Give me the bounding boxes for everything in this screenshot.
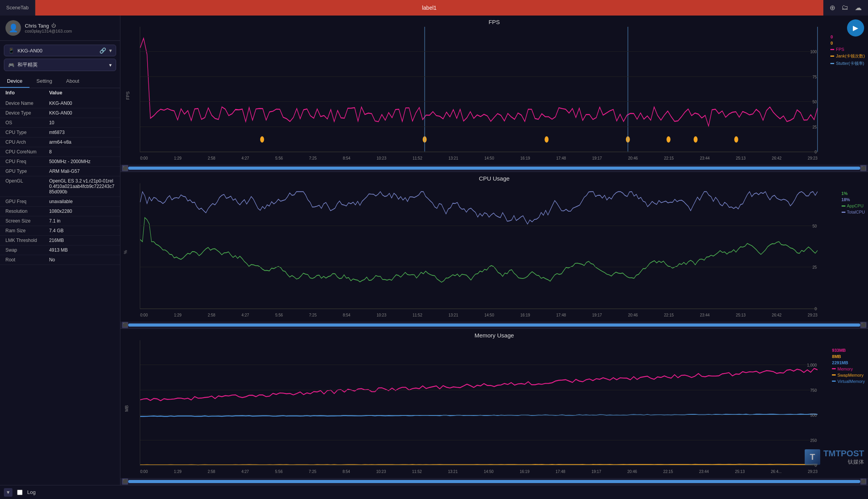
tab-device[interactable]: Device <box>0 75 30 88</box>
cpu-value-1: 18% <box>842 197 865 202</box>
cloud-icon[interactable]: ☁ <box>855 3 862 12</box>
svg-point-4 <box>666 136 670 143</box>
x-tick: 4:27 <box>242 313 249 317</box>
folder-icon[interactable]: 🗂 <box>842 3 849 12</box>
sidebar: 👤 Chris Tang ⏻ cos0play1314@163.com 📱 KK… <box>0 16 120 485</box>
tabs-row: Device Setting About <box>0 75 120 88</box>
fps-y-label: FPS <box>125 91 130 99</box>
cpu-scroll-track[interactable] <box>128 323 860 327</box>
app-select[interactable]: 🎮 和平精英 ▾ <box>4 59 116 71</box>
info-key: Ram Size <box>5 228 49 233</box>
info-key: Screen Size <box>5 218 49 224</box>
memory-scroll-right[interactable]: ⬛ <box>860 478 866 485</box>
x-tick: 2:58 <box>208 156 215 160</box>
x-tick: 29:23 <box>808 469 818 474</box>
fps-legend-fps: FPS <box>830 47 865 52</box>
info-key: CPU Arch <box>5 139 49 145</box>
x-tick: 22:15 <box>663 469 673 474</box>
x-tick: 1:29 <box>174 469 181 474</box>
x-tick: 25:13 <box>735 469 744 474</box>
info-row: Screen Size7.1 in <box>0 216 120 226</box>
memory-chart-section: Memory Usage MB 1,000 750 500 250 0 0:0 <box>120 329 868 485</box>
chevron-down-icon[interactable]: ▾ <box>109 47 112 54</box>
memory-chart-container: MB 1,000 750 500 250 0 0:001:292:584:275… <box>120 340 868 477</box>
memory-scrollbar[interactable]: ⬛ ⬛ <box>120 478 868 485</box>
info-value: mt6873 <box>49 130 115 135</box>
info-table-header: Info Value <box>0 88 120 97</box>
info-key: OS <box>5 120 49 125</box>
tab-setting[interactable]: Setting <box>30 75 59 88</box>
cpu-scroll-right[interactable]: ⬛ <box>860 322 866 328</box>
x-tick: 2:58 <box>208 469 215 474</box>
x-tick: 14:50 <box>484 469 494 474</box>
tab-about[interactable]: About <box>59 75 86 88</box>
cpu-scrollbar[interactable]: ⬛ ⬛ <box>120 322 868 329</box>
memory-chart-title: Memory Usage <box>120 332 868 339</box>
memory-value-0: 933MB <box>832 348 865 353</box>
info-value: 216MB <box>49 238 115 243</box>
x-tick: 7:25 <box>309 469 316 474</box>
x-tick: 25:13 <box>736 156 746 160</box>
bottom-bar: ▼ Log <box>0 485 868 499</box>
cpu-scroll-thumb[interactable] <box>128 323 860 327</box>
x-tick: 13:21 <box>448 469 457 474</box>
device-label: KKG-AN00 <box>17 48 96 54</box>
x-tick: 26:4... <box>771 469 782 474</box>
user-name: Chris Tang ⏻ <box>25 23 115 29</box>
x-tick: 11:52 <box>412 156 422 160</box>
x-tick: 19:17 <box>592 313 602 317</box>
info-row: Resolution1080x2280 <box>0 207 120 216</box>
info-value: KKG-AN00 <box>49 110 115 116</box>
cpu-chart-inner: 50 25 0 0:001:292:584:275:567:258:5410:2… <box>140 183 818 309</box>
info-key: Resolution <box>5 209 49 214</box>
fps-scrollbar[interactable]: ⬛ ⬛ <box>120 165 868 172</box>
svg-point-6 <box>734 136 738 143</box>
log-checkbox[interactable] <box>17 490 23 495</box>
play-button[interactable]: ▶ <box>847 19 864 37</box>
x-tick: 0:00 <box>140 469 148 474</box>
app-chevron-icon[interactable]: ▾ <box>109 62 112 68</box>
info-row: RootNo <box>0 255 120 265</box>
info-value: No <box>49 257 115 263</box>
memory-legend-virtual: VirtualMemory <box>832 379 865 384</box>
x-tick: 7:25 <box>309 313 317 317</box>
x-tick: 13:21 <box>449 156 458 160</box>
x-tick: 14:50 <box>484 156 494 160</box>
fps-chart-section: FPS FPS 100 75 50 25 0 <box>120 16 868 172</box>
fps-chart-title: FPS <box>120 19 868 25</box>
info-value: 4913 MB <box>49 247 115 253</box>
x-tick: 16:19 <box>520 313 530 317</box>
cpu-legend-total: TotalCPU <box>842 210 865 214</box>
header-icons: ⊕ 🗂 ☁ <box>823 0 868 16</box>
info-key: Root <box>5 257 49 263</box>
x-tick: 13:21 <box>449 313 458 317</box>
value-col-header: Value <box>49 90 115 96</box>
cpu-scroll-left[interactable]: ⬛ <box>122 322 128 328</box>
x-tick: 1:29 <box>174 156 181 160</box>
header-bar: SceneTab label1 ⊕ 🗂 ☁ <box>0 0 868 16</box>
power-icon[interactable]: ⏻ <box>51 23 56 28</box>
charts-area: ▶ FPS FPS 100 75 50 25 0 <box>120 16 868 485</box>
info-row: OS10 <box>0 118 120 128</box>
info-value: 7.1 in <box>49 218 115 224</box>
x-tick: 20:46 <box>628 313 638 317</box>
device-select[interactable]: 📱 KKG-AN00 🔗 ▾ <box>4 45 116 56</box>
memory-scroll-track[interactable] <box>128 480 860 483</box>
memory-scroll-left[interactable]: ⬛ <box>122 478 128 485</box>
memory-scroll-thumb[interactable] <box>128 480 860 483</box>
info-value: arm64-v8a <box>49 139 115 145</box>
cpu-chart-section: CPU Usage % 50 25 0 0:001:292:584:275:56… <box>120 172 868 329</box>
collapse-button[interactable]: ▼ <box>4 488 12 497</box>
fps-scroll-left[interactable]: ⬛ <box>122 165 128 171</box>
fps-scroll-right[interactable]: ⬛ <box>860 165 866 171</box>
info-value: OpenGL ES 3.2 v1.r21p0-01rel0.4f10a021aa… <box>49 178 115 195</box>
location-icon[interactable]: ⊕ <box>830 3 835 12</box>
fps-scroll-track[interactable] <box>128 167 860 170</box>
x-tick: 4:27 <box>242 156 249 160</box>
fps-scroll-thumb[interactable] <box>128 167 860 170</box>
scene-tab-label[interactable]: SceneTab <box>0 0 35 16</box>
app-label: 和平精英 <box>17 61 106 68</box>
info-row: CPU Archarm64-v8a <box>0 137 120 147</box>
x-tick: 17:48 <box>556 469 565 474</box>
info-key: CPU Type <box>5 130 49 135</box>
